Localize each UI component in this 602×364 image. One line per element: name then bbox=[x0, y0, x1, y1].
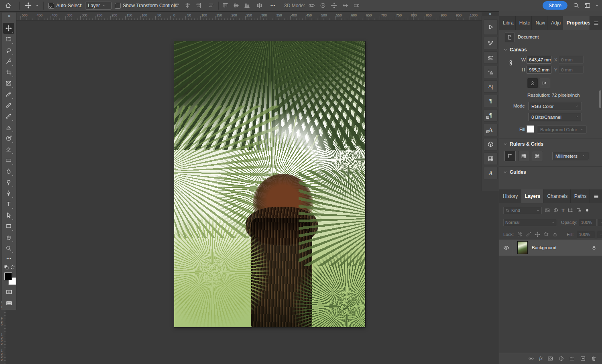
workspace-switcher-icon[interactable] bbox=[584, 2, 591, 9]
tool-preset-chevron-icon[interactable] bbox=[35, 4, 39, 7]
hand-tool[interactable] bbox=[3, 232, 14, 243]
3d-panel-button[interactable] bbox=[484, 138, 498, 150]
new-layer-icon[interactable] bbox=[580, 356, 586, 362]
brush-settings-panel-button[interactable] bbox=[484, 37, 498, 49]
history-brush-tool[interactable] bbox=[3, 133, 14, 144]
frame-tool[interactable] bbox=[3, 78, 14, 89]
foreground-color-swatch[interactable] bbox=[4, 272, 12, 280]
lock-all-icon[interactable] bbox=[552, 232, 558, 237]
auto-select-checkbox[interactable] bbox=[48, 3, 54, 9]
tab-properties[interactable]: Properties bbox=[563, 16, 590, 30]
gradient-tool[interactable] bbox=[3, 155, 14, 166]
align-vertical-centers-button[interactable] bbox=[233, 2, 240, 9]
filter-smart-objects-icon[interactable] bbox=[576, 207, 582, 213]
new-group-icon[interactable] bbox=[569, 356, 575, 362]
orientation-landscape-button[interactable] bbox=[539, 78, 550, 88]
auto-select-target-dropdown[interactable]: Layer bbox=[85, 2, 112, 10]
canvas-image-palm-tree[interactable] bbox=[174, 41, 365, 327]
tab-navigator[interactable]: Navi bbox=[532, 16, 547, 30]
paragraph-styles-panel-button[interactable]: A bbox=[484, 124, 498, 136]
canvas-width-field[interactable]: 643,47 mm bbox=[527, 56, 551, 64]
default-colors-icon[interactable] bbox=[4, 264, 9, 270]
lasso-tool[interactable] bbox=[3, 45, 14, 56]
filter-type-layers-icon[interactable]: T bbox=[561, 207, 565, 214]
tab-history[interactable]: History bbox=[499, 189, 521, 203]
properties-panel-menu-icon[interactable] bbox=[590, 16, 602, 30]
collapse-panels-icon[interactable]: « bbox=[489, 11, 491, 16]
color-mode-dropdown[interactable]: RGB Color bbox=[528, 102, 582, 110]
tab-layers[interactable]: Layers bbox=[521, 189, 544, 203]
delete-layer-icon[interactable] bbox=[591, 356, 597, 362]
toggle-grid-button[interactable] bbox=[518, 151, 529, 161]
layer-styles-fx-icon[interactable]: fx bbox=[539, 356, 543, 362]
lock-position-icon[interactable] bbox=[535, 232, 540, 237]
layer-name[interactable]: Background bbox=[532, 245, 556, 250]
swap-colors-icon[interactable] bbox=[10, 264, 16, 270]
object-selection-tool[interactable] bbox=[3, 56, 14, 67]
filter-adjustment-layers-icon[interactable] bbox=[553, 207, 559, 213]
brush-tool[interactable] bbox=[3, 111, 14, 122]
toggle-pixel-grid-button[interactable] bbox=[532, 151, 543, 161]
tab-adjustments[interactable]: Adju bbox=[547, 16, 563, 30]
blend-mode-dropdown[interactable]: Normal bbox=[503, 219, 557, 226]
3d-pan-icon[interactable] bbox=[331, 2, 338, 9]
align-horizontal-centers-button[interactable] bbox=[184, 2, 191, 9]
blur-tool[interactable] bbox=[3, 166, 14, 177]
canvas-height-field[interactable]: 965,2 mm bbox=[527, 66, 551, 74]
ruler-top[interactable]: 5505004504003503002502001501005005010015… bbox=[6, 12, 482, 20]
lock-image-pixels-icon[interactable] bbox=[526, 232, 531, 237]
quick-mask-mode-button[interactable] bbox=[6, 289, 12, 295]
actions-panel-button[interactable] bbox=[484, 19, 498, 35]
expand-tools-icon[interactable]: » bbox=[2, 13, 16, 18]
home-button[interactable] bbox=[5, 2, 12, 9]
align-left-edges-button[interactable] bbox=[173, 2, 180, 9]
link-layers-icon[interactable] bbox=[528, 356, 534, 362]
tab-channels[interactable]: Channels bbox=[543, 189, 570, 203]
zoom-tool[interactable] bbox=[3, 243, 14, 254]
eraser-tool[interactable] bbox=[3, 144, 14, 155]
panel-scrollbar[interactable] bbox=[599, 90, 601, 108]
3d-orbit-icon[interactable] bbox=[308, 2, 315, 9]
rectangle-tool[interactable] bbox=[3, 221, 14, 232]
opacity-chevron[interactable] bbox=[598, 219, 602, 226]
search-icon[interactable] bbox=[573, 2, 580, 9]
layer-fill-field[interactable]: 100% bbox=[577, 231, 595, 238]
layer-filter-toggle[interactable] bbox=[584, 207, 590, 213]
layer-thumbnail[interactable] bbox=[517, 241, 528, 254]
tab-paths[interactable]: Paths bbox=[571, 189, 590, 203]
clone-source-panel-button[interactable] bbox=[484, 66, 498, 78]
toggle-rulers-button[interactable] bbox=[504, 151, 516, 161]
lock-artboard-icon[interactable] bbox=[543, 232, 549, 237]
rulers-grids-section-header[interactable]: Rulers & Grids bbox=[503, 141, 543, 147]
layer-row-background[interactable]: Background bbox=[499, 240, 602, 256]
new-adjustment-layer-icon[interactable] bbox=[558, 356, 564, 362]
screen-mode-button[interactable] bbox=[6, 300, 12, 307]
align-options-ellipsis[interactable]: ••• bbox=[270, 4, 275, 8]
rectangular-marquee-tool[interactable] bbox=[3, 34, 14, 45]
layer-filter-kind-dropdown[interactable]: Kind bbox=[503, 207, 542, 214]
tab-histogram[interactable]: Histc bbox=[516, 16, 532, 30]
edit-toolbar-icon[interactable]: ••• bbox=[2, 256, 16, 260]
paragraph-panel-button[interactable]: ¶ bbox=[484, 95, 498, 107]
lock-transparent-pixels-icon[interactable] bbox=[517, 232, 523, 237]
tab-libraries[interactable]: Libra bbox=[499, 16, 516, 30]
filter-pixel-layers-icon[interactable] bbox=[545, 207, 550, 213]
distribute-vertical-button[interactable] bbox=[256, 2, 263, 9]
orientation-portrait-button[interactable] bbox=[527, 78, 538, 88]
add-layer-mask-icon[interactable] bbox=[547, 356, 553, 362]
share-button[interactable]: Share bbox=[543, 1, 567, 10]
clone-stamp-tool[interactable] bbox=[3, 122, 14, 133]
path-selection-tool[interactable] bbox=[3, 210, 14, 221]
glyphs-panel-button[interactable]: A bbox=[484, 167, 498, 179]
fill-color-swatch[interactable] bbox=[527, 125, 534, 133]
brushes-panel-button[interactable] bbox=[484, 51, 498, 64]
filter-shape-layers-icon[interactable] bbox=[567, 207, 573, 213]
crop-tool[interactable] bbox=[3, 67, 14, 78]
move-tool[interactable] bbox=[3, 23, 14, 34]
3d-roll-icon[interactable] bbox=[319, 2, 326, 9]
align-top-edges-button[interactable] bbox=[222, 2, 229, 9]
spot-healing-brush-tool[interactable] bbox=[3, 100, 14, 111]
eyedropper-tool[interactable] bbox=[3, 89, 14, 100]
layer-visibility-eye-icon[interactable] bbox=[499, 240, 513, 256]
layers-panel-menu-icon[interactable] bbox=[590, 189, 602, 203]
